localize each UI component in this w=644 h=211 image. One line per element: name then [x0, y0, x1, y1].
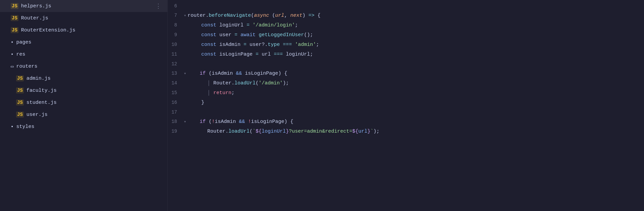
js-icon: JS: [16, 75, 24, 81]
sidebar-item-routers[interactable]: ▭ routers ⋮: [0, 60, 167, 72]
sidebar-item-admin-js[interactable]: JS admin.js ⋮: [0, 72, 167, 84]
folder-open-icon: ▭: [11, 64, 13, 69]
code-line: 6: [168, 1, 644, 11]
code-line: 18 ▾ if (!isAdmin && !isLoginPage) {: [168, 117, 644, 127]
code-area: 6 7 ▾ router.beforeNavigate(async (url, …: [168, 0, 644, 138]
line-number: 17: [168, 108, 184, 117]
sidebar-item-router-ext-js[interactable]: JS RouterExtension.js ⋮: [0, 24, 167, 36]
folder-closed-icon: ▪: [11, 52, 13, 57]
sidebar-item-label: helpers.js: [21, 3, 153, 9]
line-number: 13: [168, 69, 184, 78]
collapse-arrow[interactable]: ▾: [184, 69, 186, 78]
sidebar-item-label: pages: [16, 40, 153, 45]
line-number: 16: [168, 98, 184, 107]
sidebar-item-styles[interactable]: ▪ styles ⋮: [0, 121, 167, 133]
line-number: 9: [168, 30, 184, 40]
file-explorer: JS helpers.js ⋮ JS Router.js ⋮ JS Router…: [0, 0, 168, 211]
sidebar-item-user-js[interactable]: JS user.js ⋮: [0, 109, 167, 121]
line-content: Router.loadUrl(`${loginUrl}?user=admin&r…: [189, 127, 644, 136]
sidebar-item-label: res: [16, 52, 153, 57]
more-options-icon[interactable]: ⋮: [153, 2, 163, 10]
sidebar-item-student-js[interactable]: JS student.js ⋮: [0, 96, 167, 109]
collapse-arrow[interactable]: ▾: [184, 11, 186, 20]
sidebar-item-label: styles: [16, 124, 153, 130]
line-content: const isLoginPage = url === loginUrl;: [189, 50, 644, 59]
sidebar-item-router-js[interactable]: JS Router.js ⋮: [0, 12, 167, 24]
sidebar-item-label: admin.js: [26, 76, 153, 81]
line-number: 15: [168, 88, 184, 97]
code-line: 9 const user = await getLoggedInUser();: [168, 30, 644, 40]
line-number: 19: [168, 127, 184, 136]
line-number: 10: [168, 40, 184, 49]
line-content: │ return;: [189, 88, 644, 98]
sidebar-item-faculty-js[interactable]: JS faculty.js ⋮: [0, 84, 167, 96]
line-content: router.beforeNavigate(async (url, next) …: [187, 11, 644, 20]
code-line: 11 const isLoginPage = url === loginUrl;: [168, 50, 644, 59]
code-line: 17: [168, 108, 644, 117]
collapse-arrow[interactable]: ▾: [184, 117, 186, 127]
line-number: 18: [168, 117, 184, 126]
sidebar-item-label: student.js: [26, 100, 153, 105]
js-icon: JS: [16, 87, 24, 93]
code-line: 10 const isAdmin = user?.type === 'admin…: [168, 40, 644, 50]
code-line: 15 │ return;: [168, 88, 644, 98]
code-line: 8 const loginUrl = '/admin/login';: [168, 20, 644, 30]
js-icon: JS: [11, 15, 18, 21]
line-content: const user = await getLoggedInUser();: [189, 30, 644, 40]
sidebar-item-label: Router.js: [21, 15, 153, 21]
line-number: 12: [168, 59, 184, 69]
code-editor: 6 7 ▾ router.beforeNavigate(async (url, …: [168, 0, 644, 211]
line-number: 11: [168, 50, 184, 59]
sidebar-item-label: user.js: [26, 112, 153, 118]
folder-closed-icon: ▪: [11, 40, 13, 45]
line-content: const loginUrl = '/admin/login';: [189, 21, 644, 30]
js-icon: JS: [16, 112, 24, 118]
line-content: const isAdmin = user?.type === 'admin';: [189, 40, 644, 50]
line-content: if (isAdmin && isLoginPage) {: [187, 69, 644, 78]
line-number: 7: [168, 11, 184, 20]
code-line: 16 }: [168, 98, 644, 108]
code-line: 12: [168, 59, 644, 69]
sidebar-item-res[interactable]: ▪ res ⋮: [0, 48, 167, 60]
sidebar-item-label: faculty.js: [26, 88, 153, 93]
sidebar-item-label: routers: [16, 64, 153, 69]
line-content: │ Router.loadUrl('/admin');: [189, 79, 644, 88]
code-line: 13 ▾ if (isAdmin && isLoginPage) {: [168, 69, 644, 78]
js-icon: JS: [11, 3, 18, 9]
code-line: 14 │ Router.loadUrl('/admin');: [168, 78, 644, 88]
sidebar-item-pages[interactable]: ▪ pages ⋮: [0, 36, 167, 48]
sidebar-item-label: RouterExtension.js: [21, 27, 153, 33]
line-content: if (!isAdmin && !isLoginPage) {: [187, 117, 644, 127]
line-content: }: [189, 98, 644, 108]
line-number: 6: [168, 1, 184, 11]
code-line: 19 Router.loadUrl(`${loginUrl}?user=admi…: [168, 127, 644, 136]
js-icon: JS: [11, 27, 18, 33]
code-line: 7 ▾ router.beforeNavigate(async (url, ne…: [168, 11, 644, 20]
js-icon: JS: [16, 99, 24, 105]
line-number: 8: [168, 20, 184, 30]
line-number: 14: [168, 78, 184, 88]
folder-closed-icon: ▪: [11, 124, 13, 129]
sidebar-item-helpers-js[interactable]: JS helpers.js ⋮: [0, 0, 167, 12]
